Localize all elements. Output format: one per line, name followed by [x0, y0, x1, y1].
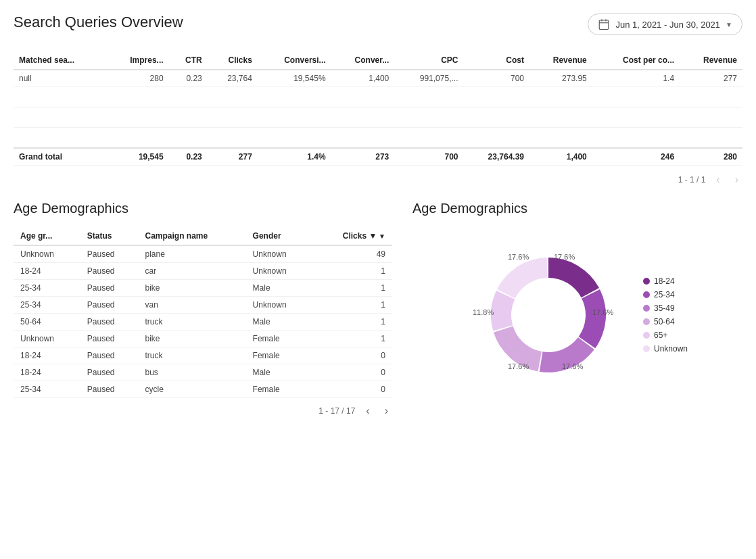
empty-row — [14, 87, 742, 107]
demo-table-row: Unknown Paused bike Female 1 — [14, 330, 392, 347]
cell-conversions: 1,400 — [331, 70, 395, 87]
prev-page-button[interactable]: ‹ — [712, 172, 724, 187]
legend-label: 50-64 — [654, 317, 675, 326]
col-conversions-pct: Conversi... — [258, 51, 331, 70]
demo-prev-button[interactable]: ‹ — [362, 404, 373, 418]
col-impressions: Impres... — [107, 51, 169, 70]
cell-status: Paused — [80, 245, 139, 263]
grand-total-row: Grand total 19,545 0.23 277 1.4% 273 700… — [14, 148, 742, 166]
demo-table-row: 18-24 Paused truck Female 0 — [14, 347, 392, 364]
cell-status: Paused — [80, 313, 139, 330]
header: Search Queries Overview Jun 1, 2021 - Ju… — [14, 14, 742, 45]
cell-gender: Female — [246, 381, 313, 397]
pct-label-2534: 17.6% — [508, 253, 529, 261]
cell-clicks: 1 — [312, 279, 392, 296]
cell-age-group: 25-34 — [14, 279, 80, 296]
cell-clicks: 49 — [312, 245, 392, 263]
grand-total-ctr: 0.23 — [169, 148, 208, 166]
legend-item: 35-49 — [643, 303, 688, 313]
cell-status: Paused — [80, 364, 139, 381]
cell-cpc: 991,075,... — [394, 70, 463, 87]
cell-campaign: truck — [139, 347, 246, 364]
legend-item: 65+ — [643, 331, 688, 340]
legend-item: Unknown — [643, 344, 688, 354]
legend-dot — [643, 278, 650, 285]
cell-status: Paused — [80, 330, 139, 347]
date-picker[interactable]: Jun 1, 2021 - Jun 30, 2021 ▼ — [588, 14, 742, 35]
cell-status: Paused — [80, 296, 139, 313]
cell-gender: Female — [246, 330, 313, 347]
cell-clicks: 1 — [312, 313, 392, 330]
grand-total-revenue: 1,400 — [529, 148, 592, 166]
grand-total-revenue2: 280 — [680, 148, 742, 166]
age-demo-table: Age gr... Status Campaign name Gender Cl… — [14, 227, 392, 398]
empty-row — [14, 107, 742, 128]
cell-clicks: 1 — [312, 330, 392, 347]
legend-label: 35-49 — [654, 303, 675, 313]
donut-segment — [497, 258, 548, 298]
cell-age-group: 18-24 — [14, 364, 80, 381]
cell-age-group: 18-24 — [14, 262, 80, 279]
page-title: Search Queries Overview — [14, 14, 183, 31]
legend-dot — [643, 318, 650, 325]
demo-table-row: 18-24 Paused car Unknown 1 — [14, 262, 392, 279]
donut-chart-title: Age Demographics — [412, 201, 742, 216]
grand-total-cost-per-co: 246 — [592, 148, 680, 166]
pct-label-5064: 17.6% — [562, 362, 583, 370]
cell-clicks: 1 — [312, 296, 392, 313]
cell-clicks: 0 — [312, 364, 392, 381]
demo-table-title: Age Demographics — [14, 201, 392, 216]
empty-row — [14, 128, 742, 148]
col-cost: Cost — [463, 51, 529, 70]
cell-gender: Unknown — [246, 262, 313, 279]
calendar-icon — [598, 18, 610, 30]
legend-label: 65+ — [654, 331, 667, 340]
pct-label-1824: 17.6% — [554, 253, 575, 261]
col-clicks-sorted[interactable]: Clicks ▼ — [312, 227, 392, 245]
demographics-section: Age Demographics Age gr... Status Campai… — [14, 201, 742, 418]
cell-campaign: car — [139, 262, 246, 279]
cell-age-group: Unknown — [14, 245, 80, 263]
demo-table-row: 50-64 Paused truck Male 1 — [14, 313, 392, 330]
demo-table-row: 25-34 Paused bike Male 1 — [14, 279, 392, 296]
col-clicks: Clicks — [208, 51, 258, 70]
demo-next-button[interactable]: › — [381, 404, 392, 418]
demo-table-row: Unknown Paused plane Unknown 49 — [14, 245, 392, 263]
cell-status: Paused — [80, 347, 139, 364]
demo-table-row: 18-24 Paused bus Male 0 — [14, 364, 392, 381]
cell-campaign: bus — [139, 364, 246, 381]
cell-gender: Male — [246, 313, 313, 330]
demo-table-pagination: 1 - 17 / 17 ‹ › — [14, 404, 392, 418]
grand-total-conv: 273 — [331, 148, 395, 166]
demo-table-header: Age gr... Status Campaign name Gender Cl… — [14, 227, 392, 245]
col-cpc: CPC — [394, 51, 463, 70]
cell-campaign: truck — [139, 313, 246, 330]
cell-age-group: Unknown — [14, 330, 80, 347]
cell-matched: null — [14, 70, 107, 87]
donut-segment — [491, 291, 515, 331]
chevron-down-icon: ▼ — [726, 21, 732, 28]
col-cost-per-co: Cost per co... — [592, 51, 680, 70]
chart-container: 17.6% 17.6% 11.8% 17.6% 17.6% 17.6% 18-2… — [412, 227, 742, 396]
cell-age-group: 18-24 — [14, 347, 80, 364]
top-table-pagination: 1 - 1 / 1 ‹ › — [14, 172, 742, 187]
grand-total-clicks: 277 — [208, 148, 258, 166]
col-revenue2: Revenue — [680, 51, 742, 70]
cell-conversions-pct: 19,545% — [258, 70, 331, 87]
col-ctr: CTR — [169, 51, 208, 70]
legend-label: 18-24 — [654, 276, 675, 286]
pagination-info: 1 - 1 / 1 — [678, 175, 706, 185]
next-page-button[interactable]: › — [731, 172, 742, 187]
cell-clicks: 0 — [312, 347, 392, 364]
col-matched: Matched sea... — [14, 51, 107, 70]
cell-campaign: plane — [139, 245, 246, 263]
cell-ctr: 0.23 — [169, 70, 208, 87]
cell-campaign: cycle — [139, 381, 246, 397]
cell-status: Paused — [80, 262, 139, 279]
legend-item: 50-64 — [643, 317, 688, 326]
donut-segment — [548, 258, 599, 297]
legend-label: 25-34 — [654, 290, 675, 299]
donut-segment — [579, 289, 606, 348]
legend-dot — [643, 305, 650, 312]
cell-gender: Female — [246, 347, 313, 364]
